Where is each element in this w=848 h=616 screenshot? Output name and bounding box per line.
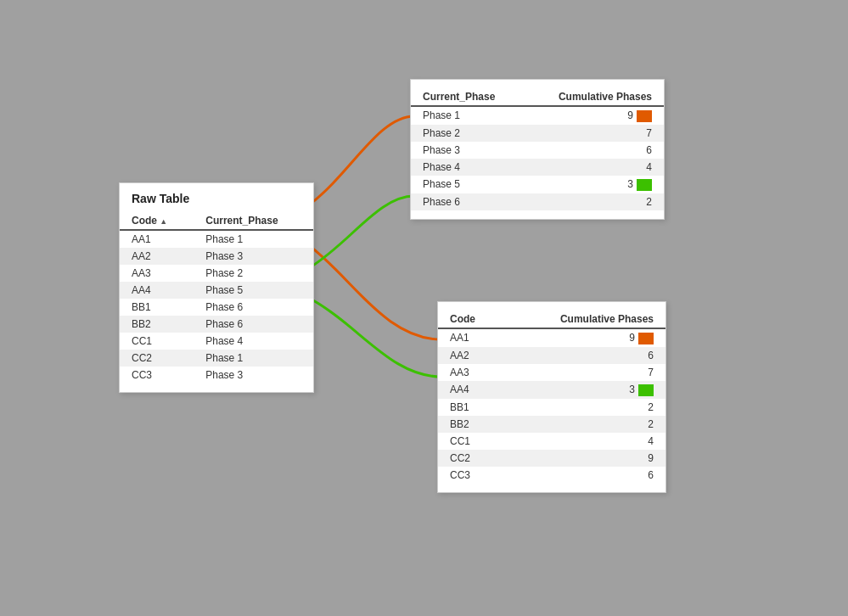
table-row: AA2 Phase 3 <box>120 248 313 265</box>
raw-phase: Phase 3 <box>194 248 313 265</box>
table-row: AA2 6 <box>438 347 665 364</box>
table-row: CC2 9 <box>438 450 665 467</box>
code-count: 2 <box>505 399 665 416</box>
raw-phase: Phase 2 <box>194 265 313 282</box>
raw-code: AA4 <box>120 282 194 299</box>
phase-count: 9 <box>525 106 664 125</box>
raw-phase: Phase 3 <box>194 367 313 384</box>
raw-code: CC2 <box>120 350 194 367</box>
table-row: CC3 6 <box>438 467 665 484</box>
raw-phase: Phase 6 <box>194 316 313 333</box>
orange-badge <box>637 110 652 122</box>
phase-name: Phase 2 <box>411 125 525 142</box>
code-name: AA2 <box>438 347 505 364</box>
raw-table-title: Raw Table <box>120 192 313 212</box>
table-row: Phase 2 7 <box>411 125 664 142</box>
code-name: AA3 <box>438 364 505 381</box>
table-row: BB2 2 <box>438 416 665 433</box>
phase-table: Current_Phase Cumulative Phases Phase 1 … <box>411 88 664 210</box>
table-row: AA4 3 <box>438 381 665 399</box>
code-col-code: Code <box>438 311 505 328</box>
phase-name: Phase 5 <box>411 176 525 193</box>
code-count: 3 <box>505 381 665 399</box>
table-row: AA1 Phase 1 <box>120 230 313 248</box>
orange-badge <box>638 333 654 344</box>
code-count: 6 <box>505 467 665 484</box>
code-col-count: Cumulative Phases <box>505 311 665 328</box>
code-name: CC2 <box>438 450 505 467</box>
table-row: AA3 Phase 2 <box>120 265 313 282</box>
raw-code: AA1 <box>120 230 194 248</box>
table-row: AA1 9 <box>438 328 665 347</box>
green-badge <box>638 384 654 396</box>
table-row: CC1 Phase 4 <box>120 333 313 350</box>
raw-code: CC1 <box>120 333 194 350</box>
code-name: AA1 <box>438 328 505 347</box>
code-name: CC3 <box>438 467 505 484</box>
table-row: Phase 3 6 <box>411 142 664 159</box>
table-row: Phase 6 2 <box>411 193 664 210</box>
phase-table-panel: Current_Phase Cumulative Phases Phase 1 … <box>410 79 665 220</box>
phase-count: 3 <box>525 176 664 193</box>
code-count: 2 <box>505 416 665 433</box>
code-count: 9 <box>505 328 665 347</box>
raw-col-phase: Current_Phase <box>194 212 313 230</box>
raw-phase: Phase 4 <box>194 333 313 350</box>
table-row: BB2 Phase 6 <box>120 316 313 333</box>
phase-name: Phase 3 <box>411 142 525 159</box>
table-row: CC1 4 <box>438 433 665 450</box>
raw-phase: Phase 5 <box>194 282 313 299</box>
raw-code: AA2 <box>120 248 194 265</box>
code-name: BB1 <box>438 399 505 416</box>
table-row: CC2 Phase 1 <box>120 350 313 367</box>
phase-col-count: Cumulative Phases <box>525 88 664 106</box>
code-count: 4 <box>505 433 665 450</box>
raw-phase: Phase 6 <box>194 299 313 316</box>
phase-name: Phase 1 <box>411 106 525 125</box>
phase-name: Phase 4 <box>411 159 525 176</box>
phase-count: 2 <box>525 193 664 210</box>
code-name: BB2 <box>438 416 505 433</box>
code-name: AA4 <box>438 381 505 399</box>
raw-code: AA3 <box>120 265 194 282</box>
phase-count: 6 <box>525 142 664 159</box>
code-count: 7 <box>505 364 665 381</box>
phase-count: 4 <box>525 159 664 176</box>
table-row: Phase 4 4 <box>411 159 664 176</box>
raw-phase: Phase 1 <box>194 350 313 367</box>
raw-table-panel: Raw Table Code ▲ Current_Phase AA1 Phase… <box>119 182 314 393</box>
raw-phase: Phase 1 <box>194 230 313 248</box>
table-row: AA3 7 <box>438 364 665 381</box>
phase-col-phase: Current_Phase <box>411 88 525 106</box>
table-row: CC3 Phase 3 <box>120 367 313 384</box>
table-row: AA4 Phase 5 <box>120 282 313 299</box>
code-table-panel: Code Cumulative Phases AA1 9AA2 6AA3 7AA… <box>437 301 666 493</box>
code-count: 9 <box>505 450 665 467</box>
code-count: 6 <box>505 347 665 364</box>
raw-table: Code ▲ Current_Phase AA1 Phase 1AA2 Phas… <box>120 212 313 384</box>
table-row: Phase 5 3 <box>411 176 664 193</box>
code-name: CC1 <box>438 433 505 450</box>
table-row: BB1 Phase 6 <box>120 299 313 316</box>
green-badge <box>637 179 652 191</box>
phase-count: 7 <box>525 125 664 142</box>
code-table: Code Cumulative Phases AA1 9AA2 6AA3 7AA… <box>438 311 665 484</box>
raw-code: BB1 <box>120 299 194 316</box>
raw-col-code: Code ▲ <box>120 212 194 230</box>
raw-code: CC3 <box>120 367 194 384</box>
table-row: BB1 2 <box>438 399 665 416</box>
phase-name: Phase 6 <box>411 193 525 210</box>
table-row: Phase 1 9 <box>411 106 664 125</box>
raw-code: BB2 <box>120 316 194 333</box>
sort-arrow: ▲ <box>160 217 167 226</box>
